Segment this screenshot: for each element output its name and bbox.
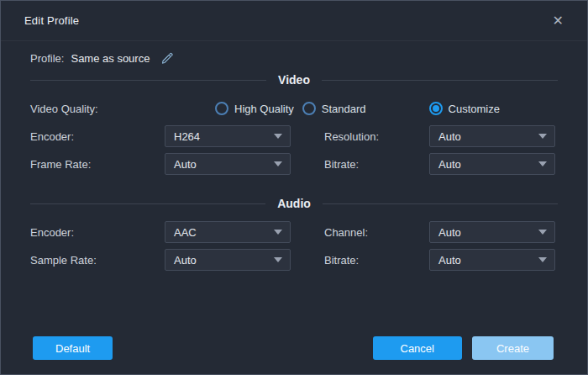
titlebar: Edit Profile ✕	[1, 1, 587, 41]
divider	[322, 80, 558, 81]
chevron-down-icon	[274, 161, 282, 166]
edit-profile-dialog: Edit Profile ✕ Profile: Same as source V…	[0, 0, 588, 375]
divider	[323, 203, 558, 204]
video-row-framerate-bitrate: Frame Rate: Auto Bitrate: Auto	[1, 153, 587, 175]
frame-rate-label: Frame Rate:	[30, 158, 165, 171]
audio-row-samplerate-bitrate: Sample Rate: Auto Bitrate: Auto	[1, 249, 587, 271]
chevron-down-icon	[538, 161, 547, 166]
audio-section-title: Audio	[277, 197, 311, 210]
radio-customize[interactable]: Customize	[429, 102, 500, 115]
video-section-title: Video	[278, 73, 310, 87]
encoder-label: Encoder:	[30, 130, 165, 143]
radio-circle-icon	[215, 102, 228, 115]
audio-bitrate-label: Bitrate:	[324, 254, 429, 267]
video-section-header: Video	[30, 70, 558, 90]
video-encoder-dropdown[interactable]: H264	[165, 125, 291, 147]
close-icon[interactable]: ✕	[549, 11, 567, 31]
create-button[interactable]: Create	[472, 336, 554, 360]
audio-bitrate-dropdown[interactable]: Auto	[429, 249, 555, 271]
chevron-down-icon	[274, 134, 282, 139]
chevron-down-icon	[274, 230, 282, 235]
profile-row: Profile: Same as source	[30, 52, 587, 65]
divider	[30, 203, 265, 204]
footer-right-buttons: Cancel Create	[373, 336, 554, 360]
radio-circle-icon	[302, 102, 316, 115]
footer: Default Cancel Create	[33, 336, 554, 360]
profile-label: Profile:	[30, 52, 64, 65]
edit-profile-icon[interactable]	[161, 52, 174, 65]
video-quality-label: Video Quality:	[30, 103, 165, 115]
profile-value: Same as source	[71, 52, 150, 65]
audio-section-header: Audio	[30, 193, 558, 214]
default-button[interactable]: Default	[33, 336, 113, 360]
chevron-down-icon	[274, 257, 282, 262]
dialog-title: Edit Profile	[24, 14, 79, 27]
video-bitrate-dropdown[interactable]: Auto	[429, 153, 555, 175]
video-bitrate-label: Bitrate:	[324, 158, 429, 171]
chevron-down-icon	[538, 257, 547, 262]
video-quality-row: Video Quality: High Quality Standard Cus…	[1, 98, 587, 119]
audio-row-encoder-channel: Encoder: AAC Channel: Auto	[1, 221, 587, 243]
radio-selected-icon	[429, 102, 443, 115]
sample-rate-label: Sample Rate:	[30, 254, 165, 267]
radio-standard[interactable]: Standard	[302, 102, 366, 115]
resolution-dropdown[interactable]: Auto	[429, 125, 555, 147]
radio-zone: High Quality Standard Customize	[165, 102, 555, 115]
video-row-encoder-resolution: Encoder: H264 Resolution: Auto	[1, 125, 587, 147]
chevron-down-icon	[538, 230, 547, 235]
divider	[30, 80, 266, 81]
chevron-down-icon	[538, 134, 547, 139]
radio-high-quality[interactable]: High Quality	[215, 102, 294, 115]
frame-rate-dropdown[interactable]: Auto	[165, 153, 291, 175]
sample-rate-dropdown[interactable]: Auto	[165, 249, 291, 271]
audio-encoder-dropdown[interactable]: AAC	[165, 221, 291, 243]
channel-dropdown[interactable]: Auto	[429, 221, 555, 243]
cancel-button[interactable]: Cancel	[373, 336, 462, 360]
channel-label: Channel:	[324, 226, 429, 239]
audio-encoder-label: Encoder:	[30, 226, 165, 239]
resolution-label: Resolution:	[324, 130, 429, 143]
